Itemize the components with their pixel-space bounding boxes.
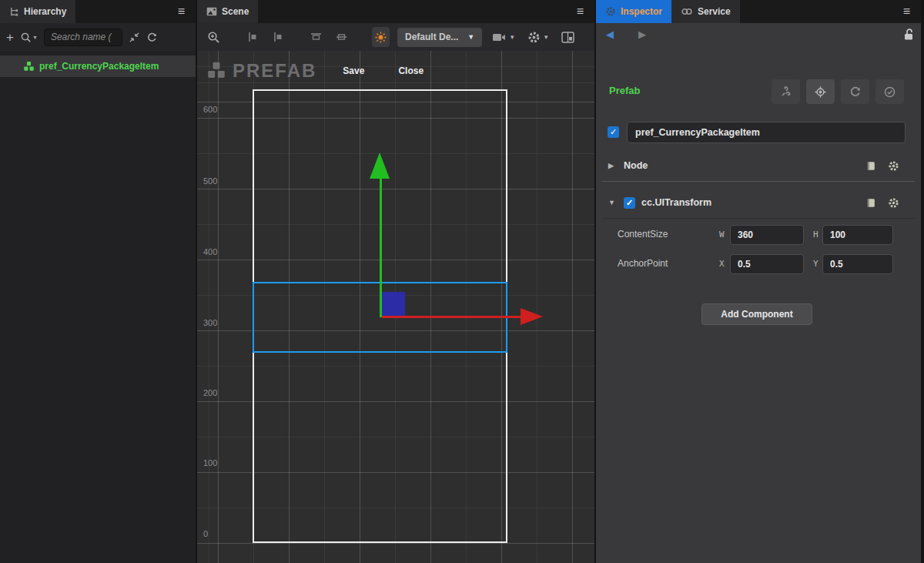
scene-menu-icon[interactable]: ≡ xyxy=(577,0,584,23)
uitransform-enabled-checkbox[interactable]: ✓ xyxy=(624,197,635,209)
uitransform-settings-gear-icon[interactable] xyxy=(888,197,899,209)
prefab-asset-row: Prefab xyxy=(596,75,921,106)
node-section-title: Node xyxy=(624,160,648,171)
inspector-menu-icon[interactable]: ≡ xyxy=(903,0,910,23)
hierarchy-panel: Hierarchy ≡ + ▼ pref_CurrencyPack xyxy=(0,0,197,563)
align-center-h-icon[interactable] xyxy=(269,27,286,47)
gizmo-light-icon[interactable] xyxy=(372,27,390,47)
layout-split-icon[interactable] xyxy=(559,27,577,47)
content-size-row: ContentSize W H xyxy=(596,225,921,245)
hierarchy-item-label: pref_CurrencyPackageItem xyxy=(39,61,159,72)
gizmo-y-axis-arrowhead[interactable] xyxy=(370,152,390,179)
tab-scene-label: Scene xyxy=(222,6,249,17)
add-component-button[interactable]: Add Component xyxy=(701,303,812,325)
create-node-button[interactable]: + xyxy=(6,31,14,44)
axis-tick-300: 300 xyxy=(203,318,226,327)
axis-tick-600: 600 xyxy=(203,105,226,114)
prefab-asset-label: Prefab xyxy=(609,85,640,96)
node-name-row: ✓ xyxy=(596,122,921,145)
uitransform-section-header[interactable]: ▼ ✓ cc.UITransform xyxy=(596,191,921,214)
zoom-in-icon[interactable] xyxy=(205,27,223,47)
w-axis-label: W xyxy=(719,230,725,240)
prefab-close-button[interactable]: Close xyxy=(390,62,431,79)
scene-tabbar: Scene ≡ xyxy=(197,0,594,23)
locate-prefab-button[interactable] xyxy=(806,79,835,104)
inspector-nav-row: ◀ ▶ xyxy=(596,23,921,46)
content-size-label: ContentSize xyxy=(618,229,668,240)
service-link-icon xyxy=(681,7,693,16)
scene-image-icon xyxy=(206,7,217,16)
hierarchy-tree-icon xyxy=(9,7,19,17)
axis-tick-200: 200 xyxy=(203,388,226,397)
search-filter-button[interactable]: ▼ xyxy=(20,32,38,43)
apply-prefab-button[interactable] xyxy=(875,79,904,104)
restore-prefab-button[interactable] xyxy=(841,79,869,104)
prefab-mode-logo: PREFAB xyxy=(206,60,316,82)
axis-tick-400: 400 xyxy=(203,247,226,256)
cocos-creator-window: Hierarchy ≡ + ▼ pref_CurrencyPack xyxy=(0,0,924,563)
hierarchy-search-input[interactable] xyxy=(44,28,122,46)
prefab-action-buttons xyxy=(772,79,904,104)
content-size-h-input[interactable] xyxy=(822,225,893,245)
node-anchor-handle[interactable] xyxy=(381,292,405,317)
uitransform-section-title: cc.UITransform xyxy=(641,197,711,208)
section-divider xyxy=(602,181,915,182)
scene-viewport[interactable]: 600 500 400 300 200 100 0 PREFAB Save Cl… xyxy=(197,51,596,563)
anchor-point-row: AnchorPoint X Y xyxy=(596,254,921,274)
device-dropdown-caret-icon: ▼ xyxy=(467,33,474,41)
axis-tick-100: 100 xyxy=(203,458,226,467)
prefab-cubes-icon xyxy=(23,61,35,72)
distribute-middle-icon[interactable] xyxy=(333,27,350,47)
gizmo-x-axis-arrowhead[interactable] xyxy=(521,308,543,325)
node-section-icons xyxy=(865,160,899,172)
gizmo-x-axis-arrow[interactable] xyxy=(382,316,521,318)
prefab-logo-cubes-icon xyxy=(206,61,226,81)
anchor-point-x-input[interactable] xyxy=(730,254,804,274)
uitransform-caret-icon[interactable]: ▼ xyxy=(608,199,618,206)
collapse-all-icon[interactable] xyxy=(129,32,140,43)
distribute-top-icon[interactable] xyxy=(307,27,325,47)
content-size-w-input[interactable] xyxy=(730,225,804,245)
tab-service[interactable]: Service xyxy=(671,0,740,23)
nav-back-icon[interactable]: ◀ xyxy=(606,28,614,40)
align-left-icon[interactable] xyxy=(244,27,261,47)
tab-inspector[interactable]: Inspector xyxy=(596,0,671,23)
prefab-mode-header: PREFAB Save Close xyxy=(206,60,431,82)
gizmo-y-axis-arrow[interactable] xyxy=(380,179,382,317)
node-section-header[interactable]: ▶ Node xyxy=(596,154,921,177)
hierarchy-tree: pref_CurrencyPackageItem xyxy=(0,51,196,563)
scene-panel: Scene ≡ xyxy=(197,0,596,563)
tab-hierarchy[interactable]: Hierarchy xyxy=(0,0,75,23)
node-settings-gear-icon[interactable] xyxy=(888,160,899,172)
device-dropdown[interactable]: Default De... ▼ xyxy=(397,28,482,47)
nav-forward-icon[interactable]: ▶ xyxy=(638,28,646,40)
tab-inspector-label: Inspector xyxy=(621,6,662,17)
scene-toolbar: Default De... ▼ ▼ ▼ xyxy=(197,23,594,51)
node-name-input[interactable] xyxy=(627,122,906,143)
tab-hierarchy-label: Hierarchy xyxy=(24,6,66,17)
inspector-body: ◀ ▶ Prefab xyxy=(596,23,921,563)
scene-settings-dropdown[interactable]: ▼ xyxy=(525,27,551,47)
x-axis-label: X xyxy=(719,259,725,269)
node-caret-icon[interactable]: ▶ xyxy=(608,162,618,169)
prefab-save-button[interactable]: Save xyxy=(335,62,372,79)
y-axis-label: Y xyxy=(813,259,819,269)
hierarchy-toolbar: + ▼ xyxy=(0,23,196,51)
h-axis-label: H xyxy=(813,230,819,240)
refresh-icon[interactable] xyxy=(146,32,158,43)
anchor-point-y-input[interactable] xyxy=(822,254,893,274)
unlink-prefab-button[interactable] xyxy=(772,79,800,104)
hierarchy-menu-icon[interactable]: ≡ xyxy=(178,0,185,23)
camera-dropdown[interactable]: ▼ xyxy=(490,27,517,47)
uitransform-docs-icon[interactable] xyxy=(865,197,877,209)
tab-scene[interactable]: Scene xyxy=(197,0,258,23)
unlock-icon[interactable] xyxy=(902,28,915,41)
hierarchy-item-selected[interactable]: pref_CurrencyPackageItem xyxy=(0,55,196,77)
camera-caret-icon: ▼ xyxy=(509,34,515,41)
axis-tick-0: 0 xyxy=(203,529,226,538)
anchor-point-label: AnchorPoint xyxy=(618,258,668,269)
inspector-gear-icon xyxy=(605,6,616,17)
node-docs-icon[interactable] xyxy=(865,160,877,172)
node-active-checkbox[interactable]: ✓ xyxy=(608,126,619,138)
prefab-logo-text: PREFAB xyxy=(233,60,316,82)
